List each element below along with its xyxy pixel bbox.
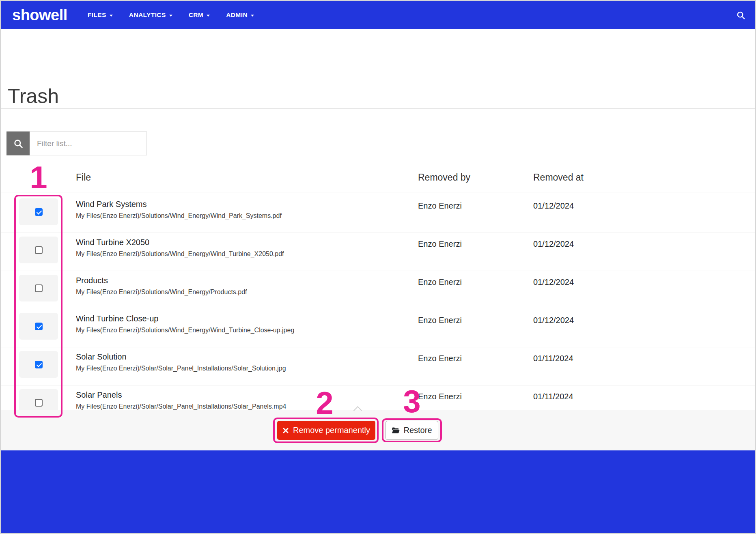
table-row: Solar Solution My Files(Enzo Enerzi)/Sol…: [1, 347, 755, 385]
file-cell: Solar Solution My Files(Enzo Enerzi)/Sol…: [76, 351, 286, 373]
file-path: My Files(Enzo Enerzi)/Solutions/Wind_Ene…: [76, 326, 294, 335]
file-cell: Wind Turbine Close-up My Files(Enzo Ener…: [76, 313, 294, 335]
search-icon: [13, 138, 24, 149]
column-header-file: File: [76, 172, 91, 183]
file-name: Solar Panels: [76, 390, 286, 400]
file-name: Wind Turbine Close-up: [76, 313, 294, 324]
removed-at-value: 01/12/2024: [533, 239, 574, 249]
file-cell: Solar Panels My Files(Enzo Enerzi)/Solar…: [76, 390, 286, 411]
nav-item-analytics[interactable]: ANALYTICS: [129, 11, 172, 19]
chevron-down-icon: [207, 15, 210, 17]
removed-at-value: 01/11/2024: [533, 353, 573, 364]
table-header-divider: [1, 192, 755, 192]
file-path: My Files(Enzo Enerzi)/Solutions/Wind_Ene…: [76, 288, 247, 297]
file-cell: Wind Park Systems My Files(Enzo Enerzi)/…: [76, 199, 282, 220]
filter-input[interactable]: [30, 131, 147, 155]
row-checkbox-cell[interactable]: [19, 313, 58, 340]
filter-search-button[interactable]: [6, 131, 30, 155]
page-header: Trash: [1, 29, 755, 109]
removed-by-value: Enzo Enerzi: [418, 277, 462, 287]
file-cell: Wind Turbine X2050 My Files(Enzo Enerzi)…: [76, 237, 284, 258]
removed-at-value: 01/12/2024: [533, 200, 574, 211]
remove-permanently-button[interactable]: Remove permanently: [277, 421, 375, 440]
removed-at-value: 01/12/2024: [533, 277, 574, 287]
table-row: Wind Turbine Close-up My Files(Enzo Ener…: [1, 309, 755, 347]
file-path: My Files(Enzo Enerzi)/Solutions/Wind_Ene…: [76, 211, 282, 220]
row-checkbox[interactable]: [35, 323, 43, 330]
restore-button[interactable]: Restore: [386, 421, 438, 440]
divider: [1, 108, 755, 109]
row-checkbox-cell[interactable]: [19, 275, 58, 301]
folder-open-icon: [392, 426, 400, 435]
restore-label: Restore: [403, 426, 432, 435]
removed-by-value: Enzo Enerzi: [418, 315, 462, 325]
file-path: My Files(Enzo Enerzi)/Solar/Solar_Panel_…: [76, 364, 286, 373]
nav-item-label: FILES: [88, 11, 106, 19]
x-remove-icon: [282, 427, 289, 434]
row-checkbox-cell[interactable]: [19, 198, 58, 225]
column-header-removed-by: Removed by: [418, 172, 470, 183]
file-name: Products: [76, 275, 247, 286]
nav-item-label: ADMIN: [226, 11, 248, 19]
bottom-blue-band: [1, 450, 755, 534]
row-checkbox[interactable]: [35, 246, 43, 254]
row-checkbox-cell[interactable]: [19, 351, 58, 378]
removed-by-value: Enzo Enerzi: [418, 239, 462, 249]
removed-by-value: Enzo Enerzi: [418, 391, 462, 402]
page-title: Trash: [8, 84, 59, 108]
top-navbar: showell FILES ANALYTICS CRM ADMIN: [1, 1, 755, 29]
row-checkbox[interactable]: [35, 284, 43, 292]
row-checkbox[interactable]: [35, 399, 43, 407]
annotation-number-1: 1: [24, 161, 53, 193]
chevron-down-icon: [169, 15, 172, 17]
removed-at-value: 01/12/2024: [533, 315, 574, 325]
nav-item-label: ANALYTICS: [129, 11, 166, 19]
file-cell: Products My Files(Enzo Enerzi)/Solutions…: [76, 275, 247, 297]
row-checkbox-cell[interactable]: [19, 237, 58, 263]
nav-item-files[interactable]: FILES: [88, 11, 113, 19]
file-name: Solar Solution: [76, 351, 286, 362]
table-row: Products My Files(Enzo Enerzi)/Solutions…: [1, 271, 755, 309]
removed-by-value: Enzo Enerzi: [418, 353, 462, 364]
file-name: Wind Park Systems: [76, 199, 282, 210]
table-row: Wind Park Systems My Files(Enzo Enerzi)/…: [1, 195, 755, 233]
file-path: My Files(Enzo Enerzi)/Solutions/Wind_Ene…: [76, 250, 284, 258]
chevron-down-icon: [251, 15, 254, 17]
app-screen: showell FILES ANALYTICS CRM ADMIN: [0, 0, 756, 534]
removed-by-value: Enzo Enerzi: [418, 200, 462, 211]
search-icon[interactable]: [736, 11, 745, 20]
row-checkbox[interactable]: [35, 208, 43, 216]
remove-permanently-label: Remove permanently: [293, 426, 370, 435]
row-checkbox[interactable]: [35, 361, 43, 368]
action-footer: [1, 410, 755, 450]
nav-item-label: CRM: [189, 11, 204, 19]
column-header-removed-at: Removed at: [533, 172, 584, 183]
table-row: Wind Turbine X2050 My Files(Enzo Enerzi)…: [1, 233, 755, 271]
chevron-down-icon: [110, 15, 113, 17]
brand-logo[interactable]: showell: [12, 6, 67, 24]
nav-item-crm[interactable]: CRM: [189, 11, 210, 19]
main-nav: FILES ANALYTICS CRM ADMIN: [88, 11, 254, 19]
nav-item-admin[interactable]: ADMIN: [226, 11, 254, 19]
file-name: Wind Turbine X2050: [76, 237, 284, 248]
removed-at-value: 01/11/2024: [533, 391, 573, 402]
